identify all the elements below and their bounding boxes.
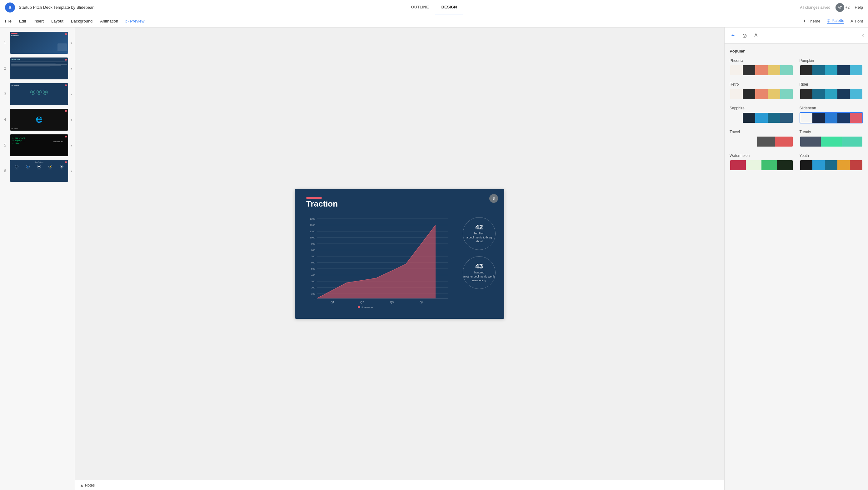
slide-item[interactable]: 3 The Solution: [0, 81, 75, 107]
palette-name: Watermelon: [730, 153, 793, 158]
palette-rider[interactable]: Rider: [800, 82, 863, 100]
swatch: [743, 113, 755, 123]
slide-item[interactable]: 5 > npm start > deploy... ✓ live tells a…: [0, 132, 75, 158]
swatch: [842, 136, 863, 147]
palette-pumpkin[interactable]: Pumpkin: [800, 58, 863, 76]
panel-tool-palette[interactable]: ◎: [740, 30, 749, 41]
top-navigation: S Startup Pitch Deck Template by Slidebe…: [0, 0, 868, 15]
svg-text:1200: 1200: [310, 224, 315, 226]
slide-item[interactable]: 4 🌐 The Product ▾: [0, 107, 75, 132]
chart-container: 1300 1200 1100 1000 900 800 700 600 500 …: [304, 214, 454, 308]
swatch: [730, 65, 743, 75]
saved-status: All changes saved: [800, 5, 830, 10]
panel-tool-font[interactable]: A: [752, 30, 760, 41]
palette-retro[interactable]: Retro: [730, 82, 793, 100]
swatch: [755, 89, 768, 99]
palette-name: Retro: [730, 82, 793, 87]
swatch: [755, 113, 768, 123]
swatch: [837, 89, 850, 99]
palette-sapphire[interactable]: Sapphire: [730, 106, 793, 123]
swatch: [730, 89, 743, 99]
chevron-down-icon: ▾: [71, 144, 72, 147]
swatch: [768, 89, 780, 99]
tab-design[interactable]: DESIGN: [435, 0, 463, 14]
palette-name: Trendy: [800, 130, 863, 134]
swatch: [768, 65, 780, 75]
palette-watermelon[interactable]: Watermelon: [730, 153, 793, 171]
swatch: [777, 160, 793, 170]
slide-main-area: Traction S: [75, 28, 724, 490]
font-icon: A: [850, 19, 853, 24]
menu-layout[interactable]: Layout: [51, 18, 63, 25]
swatch: [837, 160, 850, 170]
slide-canvas[interactable]: Traction S: [295, 189, 504, 319]
palette-grid: Phoenix Pumpkin: [730, 58, 863, 171]
svg-text:Revenue: Revenue: [362, 306, 373, 308]
svg-text:1100: 1100: [310, 230, 315, 233]
swatch: [746, 160, 762, 170]
menu-background[interactable]: Background: [71, 18, 92, 25]
palette-swatches: [800, 88, 863, 100]
menu-insert[interactable]: Insert: [33, 18, 44, 25]
slide-item[interactable]: 6 Core Features ⚙ 👤: [0, 158, 75, 184]
swatch: [743, 65, 755, 75]
second-navigation: File Edit Insert Layout Background Anima…: [0, 15, 868, 28]
tool-theme[interactable]: ✦ Theme: [803, 19, 820, 24]
svg-text:100: 100: [311, 293, 316, 295]
close-icon[interactable]: ×: [862, 33, 864, 38]
swatch: [762, 160, 777, 170]
tool-palette[interactable]: ◎ Palette: [827, 18, 844, 24]
svg-text:300: 300: [311, 280, 316, 283]
svg-text:800: 800: [311, 249, 316, 251]
slide-item[interactable]: 2 THE PROBLEM ▾: [0, 56, 75, 81]
menu-animation[interactable]: Animation: [100, 18, 118, 25]
nav-tabs: OUTLINE DESIGN: [405, 0, 463, 14]
tool-font[interactable]: A Font: [850, 19, 863, 24]
swatch: [800, 136, 821, 147]
menu-file[interactable]: File: [5, 18, 11, 25]
palette-name: Pumpkin: [800, 58, 863, 63]
palette-name: Rider: [800, 82, 863, 87]
palette-swatches: [730, 136, 793, 147]
swatch: [780, 89, 793, 99]
palette-slidebean[interactable]: Slidebean: [800, 106, 863, 123]
palette-youth[interactable]: Youth: [800, 153, 863, 171]
svg-text:Q1: Q1: [331, 301, 334, 304]
palette-name: Youth: [800, 153, 863, 158]
palette-swatches: [730, 112, 793, 123]
help-button[interactable]: Help: [855, 5, 863, 10]
notes-bar[interactable]: ▲ Notes: [75, 480, 724, 490]
tab-outline[interactable]: OUTLINE: [405, 0, 435, 14]
slide-user-icon: S: [489, 194, 498, 203]
svg-text:900: 900: [311, 243, 316, 245]
slide-thumbnail: 🌐 The Product: [10, 109, 68, 131]
main-area: 1 Slidebean ▾ 2 THE PROBLEM: [0, 28, 868, 490]
slide-thumbnail: > npm start > deploy... ✓ live tells abo…: [10, 134, 68, 156]
notes-toggle[interactable]: ▲ Notes: [80, 483, 95, 488]
svg-point-33: [358, 306, 360, 308]
swatch: [812, 160, 825, 170]
slide-thumbnail: The Solution: [10, 83, 68, 105]
slide-panel: 1 Slidebean ▾ 2 THE PROBLEM: [0, 28, 75, 490]
right-panel: ✦ ◎ A × Popular Phoenix: [724, 28, 868, 490]
swatch: [730, 160, 746, 170]
swatch: [800, 89, 813, 99]
palette-phoenix[interactable]: Phoenix: [730, 58, 793, 76]
menu-edit[interactable]: Edit: [19, 18, 26, 25]
swatch: [825, 113, 837, 123]
metric-description: a cool metric to brag about: [463, 236, 495, 243]
avatar: AT: [836, 3, 844, 12]
swatch: [850, 160, 862, 170]
palette-swatches: [730, 88, 793, 100]
palette-trendy[interactable]: Trendy: [800, 130, 863, 147]
swatch: [812, 89, 825, 99]
svg-text:1000: 1000: [310, 236, 315, 239]
preview-button[interactable]: ▷ Preview: [126, 18, 144, 25]
slide-item[interactable]: 1 Slidebean ▾: [0, 30, 75, 56]
palette-travel[interactable]: Travel: [730, 130, 793, 147]
panel-tool-theme[interactable]: ✦: [728, 30, 737, 41]
swatch: [780, 113, 793, 123]
panel-content: Popular Phoenix Pumpkin: [724, 44, 868, 490]
slide-number: 1: [2, 41, 7, 45]
swatch: [775, 136, 793, 147]
